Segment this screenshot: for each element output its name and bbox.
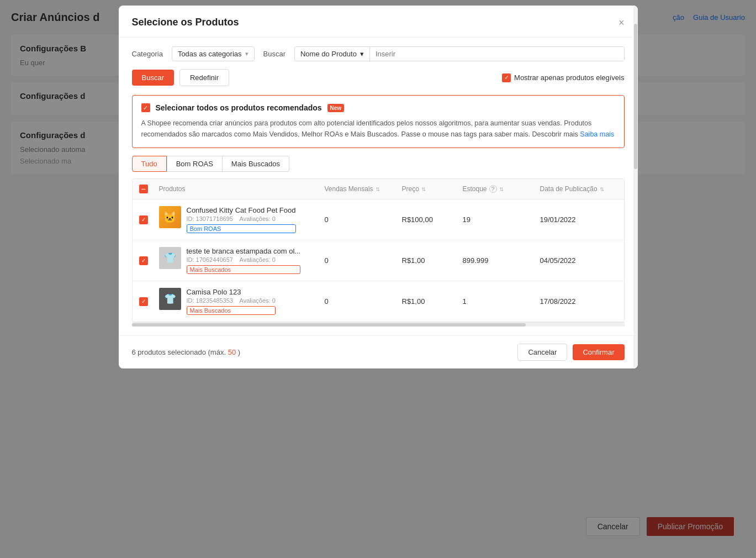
category-label: Categoria	[132, 50, 163, 58]
modal-scrollbar-thumb	[634, 24, 637, 169]
eligible-checkbox[interactable]	[502, 73, 511, 82]
row-3-thumb: 👕	[159, 288, 181, 310]
row-1-product-info: 🐱 Confused Kitty Cat Food Pet Food ID: 1…	[159, 206, 325, 233]
row-3-checkbox[interactable]	[139, 297, 148, 306]
search-type-select[interactable]: Nome do Produto ▾	[295, 47, 370, 61]
recommended-box: Selecionar todos os produtos recomendado…	[132, 95, 625, 148]
row-1-stock: 19	[463, 215, 540, 224]
row-3-name: Camisa Polo 123	[187, 288, 276, 296]
row-3-product-info: 👕 Camisa Polo 123 ID: 18235485353 Avalia…	[159, 288, 325, 315]
row-1-tag: Bom ROAS	[187, 224, 296, 233]
th-data: Data de Publicação ⇅	[540, 185, 617, 193]
row-2-date: 04/05/2022	[540, 256, 617, 265]
row-1-name: Confused Kitty Cat Food Pet Food	[187, 206, 296, 214]
product-select-modal: Selecione os Produtos × Categoria Todas …	[119, 6, 638, 369]
row-2-name: teste te branca estampada com ol...	[187, 247, 301, 255]
modal-scrollbar[interactable]	[633, 6, 638, 369]
recommended-header: Selecionar todos os produtos recomendado…	[141, 103, 615, 112]
row-1-details: Confused Kitty Cat Food Pet Food ID: 130…	[187, 206, 296, 233]
row-2-thumb: 👕	[159, 247, 181, 269]
table-header: Produtos Vendas Mensais ⇅ Preço ⇅ Estoqu…	[133, 179, 624, 199]
category-chevron-icon: ▾	[245, 50, 249, 57]
recommended-description: A Shopee recomenda criar anúncios para p…	[141, 118, 615, 140]
row-3-thumb-polo: 👕	[159, 288, 181, 310]
row-2-sales: 0	[325, 256, 402, 265]
filter-tabs: Tudo Bom ROAS Mais Buscados	[132, 156, 625, 172]
th-estoque: Estoque ? ⇅	[463, 185, 540, 193]
new-badge: New	[327, 104, 345, 112]
modal-header: Selecione os Produtos ×	[119, 6, 638, 38]
search-label: Buscar	[263, 50, 286, 58]
th-preco: Preço ⇅	[402, 185, 463, 193]
category-value: Todas as categorias	[178, 50, 242, 58]
estoque-info-icon: ?	[489, 185, 497, 193]
modal-overlay: Selecione os Produtos × Categoria Todas …	[0, 0, 756, 558]
row-1-checkbox[interactable]	[139, 215, 148, 224]
category-select[interactable]: Todas as categorias ▾	[172, 46, 255, 61]
modal-title: Selecione os Produtos	[132, 17, 239, 28]
redefinir-button[interactable]: Redefinir	[179, 69, 229, 86]
horizontal-scrollbar-thumb	[132, 323, 526, 327]
vendas-sort-icon[interactable]: ⇅	[376, 186, 380, 192]
row-1-thumb: 🐱	[159, 206, 181, 228]
tab-tudo[interactable]: Tudo	[132, 156, 167, 172]
row-2-meta: ID: 17062440657 Avaliações: 0	[187, 256, 301, 263]
eligible-checkbox-row[interactable]: Mostrar apenas produtos elegíveis	[502, 73, 624, 82]
row-2-details: teste te branca estampada com ol... ID: …	[187, 247, 301, 274]
row-1-sales: 0	[325, 215, 402, 224]
row-3-tag: Mais Buscados	[187, 306, 276, 315]
search-type-chevron-icon: ▾	[360, 50, 364, 58]
row-2-tag: Mais Buscados	[187, 265, 301, 274]
buscar-button[interactable]: Buscar	[132, 70, 174, 86]
estoque-sort-icon[interactable]: ⇅	[499, 186, 504, 192]
row-3-price: R$1,00	[402, 297, 463, 306]
data-sort-icon[interactable]: ⇅	[600, 186, 604, 192]
selection-count: 6 produtos selecionado (máx. 50 )	[132, 348, 241, 356]
search-wrapper: Nome do Produto ▾	[294, 46, 625, 61]
row-3-meta: ID: 18235485353 Avaliações: 0	[187, 297, 276, 304]
modal-confirm-button[interactable]: Confirmar	[573, 344, 624, 360]
modal-cancel-button[interactable]: Cancelar	[517, 344, 567, 361]
modal-footer: 6 produtos selecionado (máx. 50 ) Cancel…	[119, 335, 638, 369]
eligible-label: Mostrar apenas produtos elegíveis	[514, 73, 624, 82]
recommended-title: Selecionar todos os produtos recomendado…	[156, 103, 322, 112]
table-row: 🐱 Confused Kitty Cat Food Pet Food ID: 1…	[133, 199, 624, 240]
search-input[interactable]	[370, 47, 624, 61]
recommended-checkbox[interactable]	[141, 103, 150, 112]
search-type-value: Nome do Produto	[300, 50, 357, 58]
row-2-thumb-shirt: 👕	[159, 247, 181, 269]
table-row: 👕 Camisa Polo 123 ID: 18235485353 Avalia…	[133, 281, 624, 322]
row-3-stock: 1	[463, 297, 540, 306]
row-2-stock: 899.999	[463, 256, 540, 265]
action-btn-row: Buscar Redefinir Mostrar apenas produtos…	[132, 69, 625, 86]
th-vendas: Vendas Mensais ⇅	[325, 185, 402, 193]
th-checkbox	[139, 185, 159, 193]
row-2-price: R$1,00	[402, 256, 463, 265]
modal-body: Categoria Todas as categorias ▾ Buscar N…	[119, 38, 638, 335]
tab-mais-buscados[interactable]: Mais Buscados	[223, 156, 289, 172]
row-2-checkbox[interactable]	[139, 256, 148, 265]
table-row: 👕 teste te branca estampada com ol... ID…	[133, 240, 624, 281]
preco-sort-icon[interactable]: ⇅	[421, 186, 426, 192]
horizontal-scrollbar[interactable]	[132, 322, 625, 327]
row-1-date: 19/01/2022	[540, 215, 617, 224]
row-1-price: R$100,00	[402, 215, 463, 224]
deselect-all-button[interactable]	[139, 185, 148, 193]
row-1-thumb-cat: 🐱	[159, 206, 181, 228]
modal-close-button[interactable]: ×	[618, 18, 625, 28]
th-products: Produtos	[159, 185, 325, 193]
row-3-sales: 0	[325, 297, 402, 306]
row-3-details: Camisa Polo 123 ID: 18235485353 Avaliaçõ…	[187, 288, 276, 315]
row-2-product-info: 👕 teste te branca estampada com ol... ID…	[159, 247, 325, 274]
product-table: Produtos Vendas Mensais ⇅ Preço ⇅ Estoqu…	[132, 178, 625, 322]
saiba-mais-link[interactable]: Saiba mais	[580, 130, 614, 138]
row-1-meta: ID: 13071718695 Avaliações: 0	[187, 215, 296, 222]
row-3-date: 17/08/2022	[540, 297, 617, 306]
tab-bom-roas[interactable]: Bom ROAS	[167, 156, 223, 172]
filter-row: Categoria Todas as categorias ▾ Buscar N…	[132, 46, 625, 61]
